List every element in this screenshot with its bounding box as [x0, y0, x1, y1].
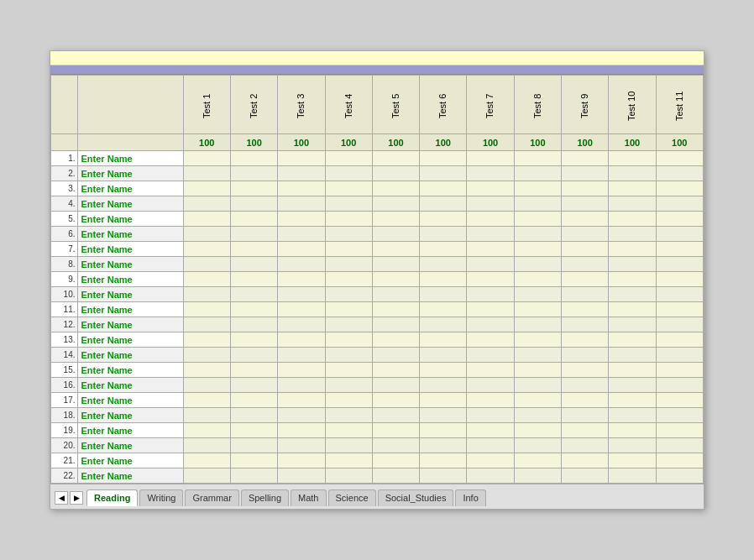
- grade-cell[interactable]: [278, 393, 325, 408]
- student-name[interactable]: Enter Name: [77, 151, 183, 166]
- grade-cell[interactable]: [278, 287, 325, 302]
- grade-cell[interactable]: [420, 287, 467, 302]
- grade-cell[interactable]: [656, 212, 703, 227]
- grade-cell[interactable]: [420, 181, 467, 196]
- grade-cell[interactable]: [183, 227, 230, 242]
- grade-cell[interactable]: [183, 348, 230, 363]
- grade-cell[interactable]: [230, 468, 277, 484]
- grade-cell[interactable]: [609, 363, 656, 378]
- grade-cell[interactable]: [467, 423, 514, 438]
- grade-cell[interactable]: [467, 212, 514, 227]
- grade-cell[interactable]: [656, 363, 703, 378]
- grade-cell[interactable]: [562, 257, 609, 272]
- sheet-tab-info[interactable]: Info: [455, 489, 485, 506]
- student-name[interactable]: Enter Name: [77, 212, 183, 227]
- grade-cell[interactable]: [562, 438, 609, 453]
- grade-cell[interactable]: [562, 287, 609, 302]
- grade-cell[interactable]: [562, 272, 609, 287]
- grade-cell[interactable]: [230, 181, 277, 196]
- student-name[interactable]: Enter Name: [77, 317, 183, 332]
- tab-next-button[interactable]: ▶: [70, 491, 83, 505]
- grade-cell[interactable]: [514, 408, 561, 423]
- grade-cell[interactable]: [230, 151, 277, 166]
- grade-cell[interactable]: [609, 151, 656, 166]
- grade-cell[interactable]: [230, 378, 277, 393]
- grade-cell[interactable]: [278, 272, 325, 287]
- student-name[interactable]: Enter Name: [77, 166, 183, 181]
- grade-cell[interactable]: [562, 378, 609, 393]
- grade-cell[interactable]: [372, 453, 419, 468]
- grade-cell[interactable]: [372, 151, 419, 166]
- grade-cell[interactable]: [230, 348, 277, 363]
- grade-cell[interactable]: [372, 212, 419, 227]
- grade-cell[interactable]: [562, 181, 609, 196]
- table-row[interactable]: 20.Enter Name: [51, 438, 704, 453]
- grade-cell[interactable]: [562, 317, 609, 332]
- grade-cell[interactable]: [609, 257, 656, 272]
- grade-cell[interactable]: [183, 181, 230, 196]
- grade-cell[interactable]: [230, 332, 277, 348]
- grade-cell[interactable]: [230, 363, 277, 378]
- grade-cell[interactable]: [420, 348, 467, 363]
- grade-cell[interactable]: [278, 363, 325, 378]
- grade-cell[interactable]: [183, 196, 230, 212]
- grade-cell[interactable]: [278, 166, 325, 181]
- grade-cell[interactable]: [656, 408, 703, 423]
- table-row[interactable]: 15.Enter Name: [51, 363, 704, 378]
- grade-cell[interactable]: [562, 302, 609, 317]
- table-row[interactable]: 6.Enter Name: [51, 227, 704, 242]
- grade-cell[interactable]: [609, 227, 656, 242]
- grade-cell[interactable]: [467, 438, 514, 453]
- grade-cell[interactable]: [562, 348, 609, 363]
- student-name[interactable]: Enter Name: [77, 453, 183, 468]
- tab-prev-button[interactable]: ◀: [55, 491, 68, 505]
- table-row[interactable]: 16.Enter Name: [51, 378, 704, 393]
- grade-cell[interactable]: [278, 332, 325, 348]
- table-row[interactable]: 11.Enter Name: [51, 302, 704, 317]
- grade-cell[interactable]: [372, 181, 419, 196]
- grade-cell[interactable]: [420, 363, 467, 378]
- grade-cell[interactable]: [467, 151, 514, 166]
- grade-cell[interactable]: [278, 181, 325, 196]
- grade-cell[interactable]: [372, 468, 419, 484]
- table-row[interactable]: 3.Enter Name: [51, 181, 704, 196]
- grade-cell[interactable]: [325, 302, 372, 317]
- grade-cell[interactable]: [609, 212, 656, 227]
- student-name[interactable]: Enter Name: [77, 363, 183, 378]
- grade-cell[interactable]: [467, 408, 514, 423]
- grade-cell[interactable]: [609, 393, 656, 408]
- grade-cell[interactable]: [514, 378, 561, 393]
- grade-cell[interactable]: [183, 393, 230, 408]
- grade-cell[interactable]: [467, 287, 514, 302]
- grade-cell[interactable]: [278, 257, 325, 272]
- grade-cell[interactable]: [562, 453, 609, 468]
- grade-cell[interactable]: [325, 181, 372, 196]
- grade-cell[interactable]: [325, 348, 372, 363]
- student-name[interactable]: Enter Name: [77, 242, 183, 257]
- student-name[interactable]: Enter Name: [77, 348, 183, 363]
- grade-cell[interactable]: [325, 363, 372, 378]
- grade-cell[interactable]: [514, 317, 561, 332]
- grade-cell[interactable]: [278, 196, 325, 212]
- grade-cell[interactable]: [562, 196, 609, 212]
- grade-cell[interactable]: [372, 332, 419, 348]
- grade-cell[interactable]: [609, 272, 656, 287]
- grade-cell[interactable]: [420, 468, 467, 484]
- grade-cell[interactable]: [609, 242, 656, 257]
- grade-cell[interactable]: [372, 438, 419, 453]
- grade-cell[interactable]: [656, 166, 703, 181]
- grade-cell[interactable]: [467, 181, 514, 196]
- grade-cell[interactable]: [420, 242, 467, 257]
- grade-cell[interactable]: [420, 423, 467, 438]
- grade-cell[interactable]: [656, 468, 703, 484]
- student-name[interactable]: Enter Name: [77, 272, 183, 287]
- grade-cell[interactable]: [230, 242, 277, 257]
- grade-cell[interactable]: [467, 317, 514, 332]
- grade-cell[interactable]: [230, 166, 277, 181]
- grade-cell[interactable]: [183, 438, 230, 453]
- grade-cell[interactable]: [372, 408, 419, 423]
- grade-cell[interactable]: [372, 423, 419, 438]
- grade-cell[interactable]: [514, 363, 561, 378]
- grade-cell[interactable]: [514, 242, 561, 257]
- student-name[interactable]: Enter Name: [77, 227, 183, 242]
